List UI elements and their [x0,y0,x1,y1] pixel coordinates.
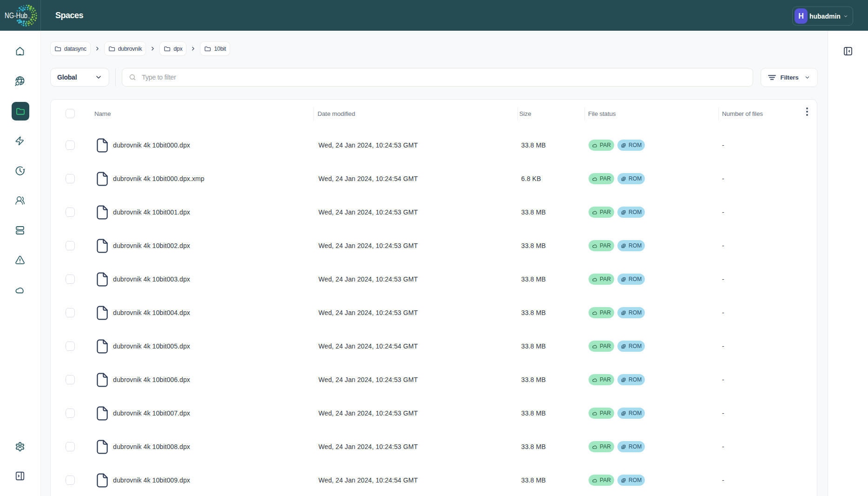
svg-text:NG-Hub: NG-Hub [5,11,27,20]
svg-text:TM: TM [28,17,30,19]
